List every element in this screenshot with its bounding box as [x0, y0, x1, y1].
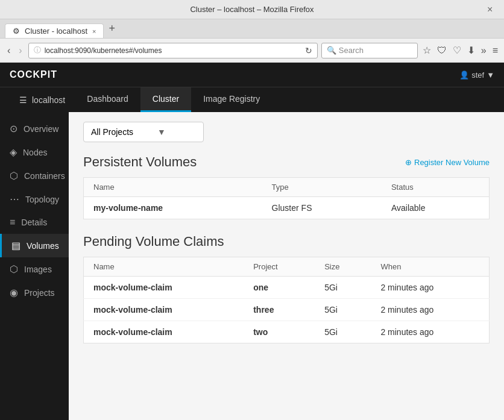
pending-claims-title: Pending Volume Claims: [83, 234, 490, 249]
tab-favicon: ⚙: [13, 27, 20, 36]
tab-bar: ⚙ Cluster - localhost × +: [0, 19, 504, 39]
bookmark-icon[interactable]: ☆: [421, 43, 432, 57]
reload-button[interactable]: ↻: [305, 46, 312, 55]
sidebar-item-containers[interactable]: ⬡ Containers: [0, 164, 69, 187]
app-brand: COCKPIT: [10, 69, 57, 80]
claim-row-1[interactable]: mock-volume-claim one 5Gi 2 minutes ago: [84, 277, 490, 299]
volumes-icon: ▤: [11, 240, 20, 251]
sidebar: ⊙ Overview ◈ Nodes ⬡ Containers ⋯ Topolo…: [0, 112, 69, 420]
tab-label: Cluster - localhost: [25, 27, 87, 36]
sidebar-item-nodes[interactable]: ◈ Nodes: [0, 140, 69, 164]
nav-item-cluster[interactable]: Cluster: [140, 87, 191, 112]
col-status: Status: [382, 178, 490, 197]
projects-icon: ◉: [10, 287, 18, 298]
claims-col-project: Project: [244, 257, 315, 277]
claims-table-header: Name Project Size When: [84, 257, 490, 277]
shield-icon[interactable]: 🛡: [436, 44, 448, 57]
close-window-button[interactable]: ×: [487, 5, 497, 14]
sidebar-item-volumes[interactable]: ▤ Volumes: [0, 234, 69, 257]
claim-when-1: 2 minutes ago: [371, 277, 489, 299]
sidebar-label-topology: Topology: [25, 195, 59, 204]
claim-size-1: 5Gi: [315, 277, 371, 299]
claim-project-3: two: [244, 321, 315, 343]
col-name: Name: [84, 178, 262, 197]
project-dropdown[interactable]: All Projects ▼: [83, 122, 204, 142]
nav-host: ☰ localhost: [10, 87, 75, 112]
volume-type: Gluster FS: [262, 197, 382, 219]
user-dropdown-icon: ▼: [487, 71, 494, 80]
volume-row-1[interactable]: my-volume-name Gluster FS Available: [84, 197, 490, 219]
sidebar-label-volumes: Volumes: [27, 241, 59, 251]
new-tab-button[interactable]: +: [106, 20, 118, 37]
browser-titlebar: Cluster – localhost – Mozilla Firefox ×: [0, 0, 504, 19]
content-area: All Projects ▼ Persistent Volumes ⊕ Regi…: [69, 112, 504, 420]
browser-tab[interactable]: ⚙ Cluster - localhost ×: [5, 24, 104, 38]
sidebar-label-overview: Overview: [24, 124, 58, 134]
download-icon[interactable]: ⬇: [466, 43, 476, 57]
toolbar-icons: ☆ 🛡 ♡ ⬇ » ≡: [421, 43, 499, 57]
tab-close-button[interactable]: ×: [92, 28, 96, 35]
search-placeholder: Search: [339, 46, 364, 55]
overflow-icon[interactable]: »: [480, 44, 488, 57]
sidebar-item-projects[interactable]: ◉ Projects: [0, 281, 69, 304]
sidebar-label-containers: Containers: [24, 171, 65, 181]
project-selector: All Projects ▼: [83, 122, 490, 142]
search-bar[interactable]: 🔍 Search: [321, 43, 418, 58]
persistent-volumes-title: Persistent Volumes: [83, 154, 197, 170]
sidebar-item-topology[interactable]: ⋯ Topology: [0, 187, 69, 211]
claim-row-2[interactable]: mock-volume-claim three 5Gi 2 minutes ag…: [84, 299, 490, 321]
host-label: localhost: [32, 95, 65, 105]
back-button[interactable]: ‹: [5, 44, 13, 57]
persistent-volumes-header: Persistent Volumes ⊕ Register New Volume: [83, 154, 490, 170]
claims-col-size: Size: [315, 257, 371, 277]
claim-size-3: 5Gi: [315, 321, 371, 343]
username: stef: [471, 71, 484, 80]
sidebar-label-details: Details: [21, 218, 47, 227]
details-icon: ≡: [10, 217, 15, 228]
claim-when-3: 2 minutes ago: [371, 321, 489, 343]
claim-project-2: three: [244, 299, 315, 321]
claim-name-2: mock-volume-claim: [84, 299, 244, 321]
sidebar-item-overview[interactable]: ⊙ Overview: [0, 117, 69, 140]
nav-item-dashboard[interactable]: Dashboard: [75, 87, 140, 112]
register-volume-link[interactable]: ⊕ Register New Volume: [405, 158, 490, 167]
register-label: Register New Volume: [414, 158, 490, 167]
browser-toolbar: ‹ › ⓘ localhost:9090/kubernetes#/volumes…: [0, 39, 504, 63]
claim-name-1: mock-volume-claim: [84, 277, 244, 299]
nav-item-imageregistry[interactable]: Image Registry: [191, 87, 272, 112]
images-icon: ⬡: [10, 263, 18, 275]
topology-icon: ⋯: [10, 193, 19, 205]
menu-icon[interactable]: ≡: [491, 44, 499, 57]
sidebar-label-nodes: Nodes: [23, 148, 47, 157]
claim-row-3[interactable]: mock-volume-claim two 5Gi 2 minutes ago: [84, 321, 490, 343]
col-type: Type: [262, 178, 382, 197]
claim-project-1: one: [244, 277, 315, 299]
volumes-table-header: Name Type Status: [84, 178, 490, 197]
pending-claims-table: Name Project Size When mock-volume-claim…: [83, 257, 490, 343]
nodes-icon: ◈: [10, 146, 17, 158]
claims-col-name: Name: [84, 257, 244, 277]
browser-title: Cluster – localhost – Mozilla Firefox: [190, 5, 313, 14]
claim-when-2: 2 minutes ago: [371, 299, 489, 321]
persistent-volumes-table: Name Type Status my-volume-name Gluster …: [83, 177, 490, 219]
app-header: COCKPIT 👤 stef ▼: [0, 63, 504, 87]
address-text: localhost:9090/kubernetes#/volumes: [45, 46, 301, 55]
search-icon: 🔍: [327, 46, 336, 55]
containers-icon: ⬡: [10, 170, 18, 181]
heart-icon[interactable]: ♡: [452, 43, 462, 57]
overview-icon: ⊙: [10, 123, 17, 134]
address-bar: ⓘ localhost:9090/kubernetes#/volumes ↻: [28, 43, 318, 58]
host-icon: ☰: [19, 95, 27, 105]
forward-button[interactable]: ›: [16, 44, 24, 57]
user-menu[interactable]: 👤 stef ▼: [459, 71, 494, 80]
info-icon: ⓘ: [34, 45, 41, 55]
project-dropdown-label: All Projects: [91, 127, 133, 137]
main-layout: ⊙ Overview ◈ Nodes ⬡ Containers ⋯ Topolo…: [0, 112, 504, 420]
claims-col-when: When: [371, 257, 489, 277]
nav-bar: ☰ localhost Dashboard Cluster Image Regi…: [0, 87, 504, 112]
sidebar-item-images[interactable]: ⬡ Images: [0, 257, 69, 281]
dropdown-arrow-icon: ▼: [157, 127, 166, 137]
sidebar-item-details[interactable]: ≡ Details: [0, 211, 69, 234]
sidebar-label-images: Images: [24, 265, 52, 274]
user-icon: 👤: [459, 71, 469, 80]
